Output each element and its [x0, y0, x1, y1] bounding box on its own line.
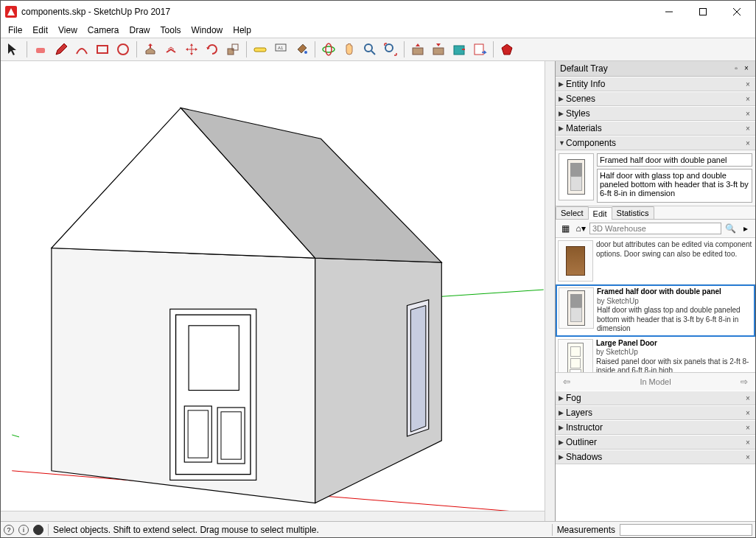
close-panel-icon[interactable]: × [743, 110, 752, 118]
measurements-input[interactable] [620, 524, 752, 536]
move-tool-icon[interactable] [182, 40, 201, 59]
zoom-tool-icon[interactable] [360, 40, 379, 59]
svg-point-16 [326, 43, 332, 55]
panel-components[interactable]: ▼Components× [556, 136, 755, 150]
svg-rect-37 [221, 412, 241, 459]
close-button[interactable] [720, 1, 754, 23]
svg-point-19 [385, 44, 393, 52]
warehouse-get-icon[interactable] [408, 40, 427, 59]
rotate-tool-icon[interactable] [203, 40, 222, 59]
person-icon[interactable] [33, 525, 43, 535]
menu-file[interactable]: File [4, 24, 27, 37]
extensions-icon[interactable] [449, 40, 469, 59]
viewport-scrollbar-h[interactable] [1, 511, 545, 521]
list-item[interactable]: Framed half door with double panel by Sk… [556, 284, 755, 337]
panel-entity-info[interactable]: ▶Entity Info× [556, 77, 755, 91]
panel-scenes[interactable]: ▶Scenes× [556, 91, 755, 106]
components-panel-body: Half door with glass top and double pane… [556, 150, 755, 391]
toolbar-separator [246, 41, 247, 57]
toolbar-separator [315, 41, 315, 57]
arc-tool-icon[interactable] [72, 40, 91, 59]
close-panel-icon[interactable]: × [743, 95, 752, 103]
scale-tool-icon[interactable] [223, 40, 242, 59]
svg-point-17 [365, 44, 372, 52]
info-icon[interactable]: i [18, 525, 29, 535]
tray-title: Default Tray [560, 63, 730, 74]
menu-view[interactable]: View [54, 24, 82, 37]
close-panel-icon[interactable]: × [743, 409, 752, 417]
zoom-extents-tool-icon[interactable] [381, 40, 400, 59]
text-tool-icon[interactable]: A1 [271, 40, 290, 59]
chevron-right-icon: ▶ [559, 439, 566, 446]
menu-draw[interactable]: Draw [125, 24, 155, 37]
menu-camera[interactable]: Camera [83, 24, 124, 37]
pencil-tool-icon[interactable] [52, 40, 71, 59]
layout-send-icon[interactable] [470, 40, 489, 59]
close-panel-icon[interactable]: × [743, 80, 752, 88]
panel-instructor[interactable]: ▶Instructor× [556, 420, 755, 435]
offset-tool-icon[interactable] [161, 40, 181, 59]
svg-line-18 [371, 51, 375, 55]
close-panel-icon[interactable]: × [743, 424, 752, 432]
panel-fog[interactable]: ▶Fog× [556, 391, 755, 405]
pin-icon[interactable]: ▫ [732, 64, 741, 73]
paintbucket-tool-icon[interactable] [292, 40, 311, 59]
ruby-console-icon[interactable] [497, 40, 517, 59]
chevron-down-icon: ▼ [559, 139, 566, 147]
close-panel-icon[interactable]: × [743, 125, 752, 133]
menu-edit[interactable]: Edit [28, 24, 52, 37]
help-icon[interactable]: ? [4, 525, 14, 535]
warehouse-share-icon[interactable] [429, 40, 448, 59]
panel-layers[interactable]: ▶Layers× [556, 405, 755, 420]
minimize-button[interactable] [652, 1, 686, 23]
panel-shadows[interactable]: ▶Shadows× [556, 450, 755, 464]
details-toggle-icon[interactable]: ▸ [739, 222, 752, 235]
view-mode-icon[interactable]: ▦ [559, 222, 572, 235]
panel-materials[interactable]: ▶Materials× [556, 121, 755, 136]
statusbar: ? i Select objects. Shift to extend sele… [1, 521, 755, 537]
search-input[interactable] [589, 223, 721, 234]
tab-statistics[interactable]: Statistics [612, 206, 654, 219]
search-icon[interactable]: 🔍 [724, 222, 737, 235]
component-desc-input[interactable]: Half door with glass top and double pane… [597, 169, 752, 203]
panel-styles[interactable]: ▶Styles× [556, 106, 755, 121]
tab-select[interactable]: Select [556, 206, 589, 219]
viewport-scrollbar-v[interactable] [545, 61, 555, 521]
menu-tools[interactable]: Tools [156, 24, 186, 37]
home-icon[interactable]: ⌂▾ [574, 222, 587, 235]
close-panel-icon[interactable]: × [743, 139, 752, 147]
close-panel-icon[interactable]: × [743, 439, 752, 447]
pan-tool-icon[interactable] [340, 40, 359, 59]
nav-forward-icon[interactable]: ⇨ [738, 375, 751, 388]
default-tray: Default Tray ▫ × ▶Entity Info× ▶Scenes× … [555, 61, 755, 521]
component-name-input[interactable] [597, 153, 752, 167]
tab-edit[interactable]: Edit [588, 207, 612, 220]
tape-tool-icon[interactable] [251, 40, 270, 59]
toolbar-separator [404, 41, 405, 57]
eraser-tool-icon[interactable] [31, 40, 50, 59]
pushpull-tool-icon[interactable] [141, 40, 160, 59]
rectangle-tool-icon[interactable] [93, 40, 112, 59]
list-item[interactable]: door but attributes can be edited via co… [556, 238, 755, 284]
viewport-3d[interactable] [1, 61, 555, 521]
measurements-label: Measurements [557, 525, 615, 535]
toolbar: A1 [1, 38, 755, 61]
close-panel-icon[interactable]: × [743, 394, 752, 402]
select-tool-icon[interactable] [4, 40, 23, 59]
component-thumbnail [559, 153, 594, 200]
tray-header[interactable]: Default Tray ▫ × [556, 61, 755, 77]
chevron-right-icon: ▶ [559, 95, 566, 102]
close-panel-icon[interactable]: × [743, 453, 752, 461]
svg-rect-23 [475, 44, 483, 55]
menu-window[interactable]: Window [187, 24, 228, 37]
orbit-tool-icon[interactable] [319, 40, 338, 59]
circle-tool-icon[interactable] [113, 40, 133, 59]
nav-back-icon[interactable]: ⇦ [560, 375, 573, 388]
list-item[interactable]: Large Panel Door by SketchUp Raised pane… [556, 337, 755, 373]
maximize-button[interactable] [686, 1, 720, 23]
svg-rect-5 [97, 46, 108, 53]
component-tabs: Select Edit Statistics [556, 206, 755, 220]
panel-outliner[interactable]: ▶Outliner× [556, 435, 755, 450]
menu-help[interactable]: Help [228, 24, 256, 37]
close-tray-icon[interactable]: × [742, 64, 751, 73]
